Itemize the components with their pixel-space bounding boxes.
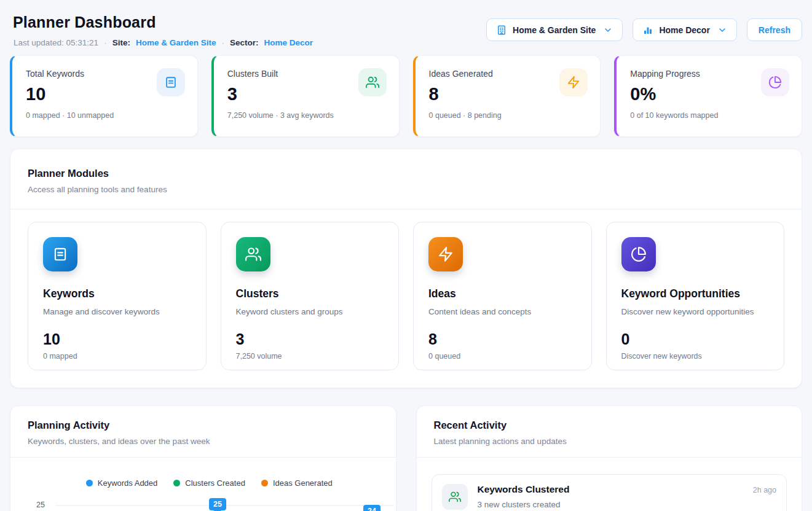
stat-card-total-keywords: Total Keywords 10 0 mapped · 10 unmapped <box>10 55 198 137</box>
lightning-icon <box>428 237 463 271</box>
modules-grid: Keywords Manage and discover keywords 10… <box>10 209 802 388</box>
header-meta: Last updated: 05:31:21 · Site: Home & Ga… <box>14 38 313 47</box>
users-icon <box>236 237 270 271</box>
site-link[interactable]: Home & Garden Site <box>136 38 216 47</box>
module-value: 0 <box>621 330 770 348</box>
chart-plot-area: 25 25 24 <box>25 496 393 511</box>
module-subtext: Discover new keywords <box>621 352 770 361</box>
recent-activity-panel: Recent Activity Latest planning actions … <box>416 405 803 511</box>
module-subtext: 0 queued <box>428 352 577 361</box>
module-description: Manage and discover keywords <box>43 307 191 316</box>
page-title: Planner Dashboard <box>13 14 313 31</box>
legend-dot-blue <box>86 480 93 486</box>
file-text-icon <box>43 237 77 271</box>
module-subtext: 7,250 volume <box>236 352 384 361</box>
legend-item-ideas-generated[interactable]: Ideas Generated <box>261 478 333 488</box>
sector-selector-label: Home Decor <box>659 25 709 35</box>
site-selector-dropdown[interactable]: Home & Garden Site <box>486 18 623 41</box>
module-card-keywords[interactable]: Keywords Manage and discover keywords 10… <box>28 222 207 370</box>
activity-item-content: Keywords Clustered 2h ago 3 new clusters… <box>478 484 777 509</box>
recent-activity-title: Recent Activity <box>434 419 785 431</box>
pie-chart-icon <box>621 237 656 271</box>
stat-subtext: 0 of 10 keywords mapped <box>630 111 788 120</box>
planner-dashboard-page: Planner Dashboard Last updated: 05:31:21… <box>0 0 812 511</box>
recent-activity-header: Recent Activity Latest planning actions … <box>417 406 802 457</box>
y-axis-tick: 25 <box>36 501 45 509</box>
planning-activity-subtitle: Keywords, clusters, and ideas over the p… <box>28 437 379 446</box>
meta-separator: · <box>104 38 107 47</box>
stat-subtext: 0 queued · 8 pending <box>429 111 587 120</box>
bar-chart-icon <box>642 25 653 36</box>
chart-legend: Keywords Added Clusters Created Ideas Ge… <box>25 478 393 488</box>
module-name: Clusters <box>236 287 384 300</box>
data-point-label-25: 25 <box>209 498 226 510</box>
stats-row: Total Keywords 10 0 mapped · 10 unmapped… <box>10 55 802 137</box>
pie-chart-icon <box>761 68 789 96</box>
recent-activity-subtitle: Latest planning actions and updates <box>434 437 785 446</box>
page-header: Planner Dashboard Last updated: 05:31:21… <box>10 0 802 47</box>
module-name: Ideas <box>428 287 577 300</box>
module-subtext: 0 mapped <box>43 352 191 361</box>
module-card-ideas[interactable]: Ideas Content ideas and concepts 8 0 que… <box>413 222 592 370</box>
activity-item-timestamp: 2h ago <box>753 486 776 494</box>
activity-item-title: Keywords Clustered <box>478 484 570 495</box>
refresh-button-label: Refresh <box>759 25 790 35</box>
legend-item-keywords-added[interactable]: Keywords Added <box>86 478 158 488</box>
sector-label: Sector: <box>230 38 259 47</box>
module-value: 8 <box>428 330 577 348</box>
module-card-clusters[interactable]: Clusters Keyword clusters and groups 3 7… <box>221 222 400 370</box>
site-label: Site: <box>112 38 130 47</box>
last-updated-text: Last updated: 05:31:21 <box>14 38 98 47</box>
module-value: 10 <box>43 330 191 348</box>
users-icon <box>442 484 468 510</box>
stat-subtext: 0 mapped · 10 unmapped <box>26 111 184 120</box>
module-description: Keyword clusters and groups <box>236 307 384 316</box>
site-selector-label: Home & Garden Site <box>513 25 596 35</box>
building-icon <box>496 25 507 36</box>
users-icon <box>358 68 387 96</box>
meta-separator: · <box>221 38 224 47</box>
refresh-button[interactable]: Refresh <box>747 18 802 41</box>
legend-item-clusters-created[interactable]: Clusters Created <box>173 478 245 488</box>
bottom-row: Planning Activity Keywords, clusters, an… <box>10 405 802 511</box>
legend-dot-green <box>173 480 180 486</box>
modules-panel-title: Planner Modules <box>28 168 784 179</box>
activity-item-keywords-clustered: Keywords Clustered 2h ago 3 new clusters… <box>432 474 787 511</box>
activity-chart: Keywords Added Clusters Created Ideas Ge… <box>10 458 396 511</box>
stat-subtext: 7,250 volume · 3 avg keywords <box>227 111 385 120</box>
planning-activity-title: Planning Activity <box>28 419 379 431</box>
sector-selector-dropdown[interactable]: Home Decor <box>633 18 736 41</box>
legend-label: Ideas Generated <box>273 478 333 488</box>
header-left: Planner Dashboard Last updated: 05:31:21… <box>10 12 313 47</box>
module-name: Keywords <box>43 287 191 300</box>
stat-card-clusters-built: Clusters Built 3 7,250 volume · 3 avg ke… <box>211 55 400 137</box>
chevron-down-icon <box>603 25 613 35</box>
modules-panel-subtitle: Access all planning tools and features <box>28 185 784 194</box>
modules-panel-header: Planner Modules Access all planning tool… <box>10 149 802 209</box>
stat-card-ideas-generated: Ideas Generated 8 0 queued · 8 pending <box>413 55 601 137</box>
legend-label: Clusters Created <box>185 478 245 488</box>
activity-item-title-row: Keywords Clustered 2h ago <box>478 484 777 495</box>
chevron-down-icon <box>717 25 727 35</box>
data-point-label-24: 24 <box>363 505 380 511</box>
stat-card-mapping-progress: Mapping Progress 0% 0 of 10 keywords map… <box>614 55 802 137</box>
planning-activity-panel: Planning Activity Keywords, clusters, an… <box>10 405 396 511</box>
module-description: Discover new keyword opportunities <box>621 307 770 316</box>
module-description: Content ideas and concepts <box>428 307 577 316</box>
activity-item-description: 3 new clusters created <box>478 500 777 509</box>
planner-modules-panel: Planner Modules Access all planning tool… <box>10 149 802 388</box>
sector-link[interactable]: Home Decor <box>264 38 313 47</box>
file-text-icon <box>157 68 185 96</box>
planning-activity-header: Planning Activity Keywords, clusters, an… <box>10 406 396 457</box>
module-name: Keyword Opportunities <box>621 287 770 300</box>
legend-label: Keywords Added <box>98 478 158 488</box>
lightning-icon <box>559 68 588 96</box>
recent-activity-list: Keywords Clustered 2h ago 3 new clusters… <box>417 458 802 511</box>
legend-dot-orange <box>261 480 268 486</box>
header-actions: Home & Garden Site Home Decor <box>486 12 802 41</box>
module-value: 3 <box>236 330 384 348</box>
module-card-keyword-opportunities[interactable]: Keyword Opportunities Discover new keywo… <box>606 222 785 370</box>
